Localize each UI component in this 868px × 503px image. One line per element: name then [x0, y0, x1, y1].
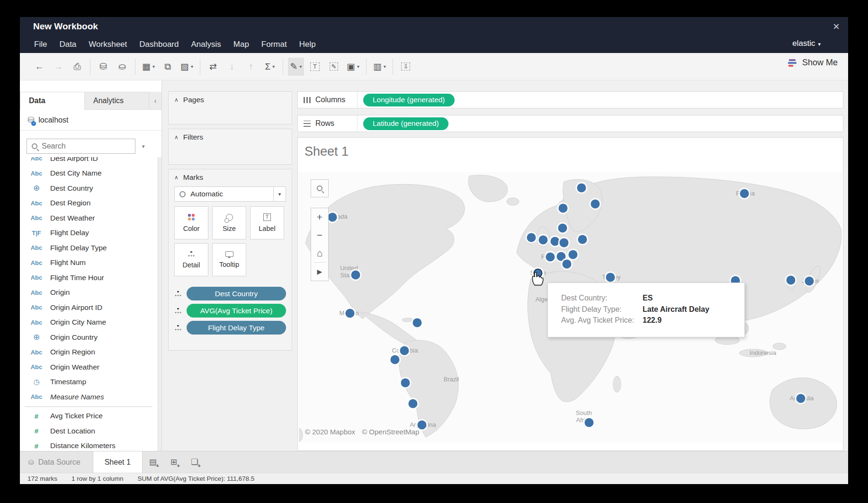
pill-avg-avg-ticket-price-[interactable]: AVG(Avg Ticket Price) [187, 304, 286, 318]
menu-item-help[interactable]: Help [299, 40, 316, 49]
swap-rows-columns-button[interactable]: ⇄ [205, 58, 221, 76]
collapse-icon[interactable]: ∧ [174, 97, 179, 103]
pages-card[interactable]: ∧Pages [168, 91, 292, 124]
field-avg-ticket-price[interactable]: #Avg Ticket Price [20, 409, 157, 424]
pause-auto-updates-button[interactable]: ⛀ [114, 58, 130, 76]
map-mark-peru[interactable] [401, 379, 410, 388]
menu-item-format[interactable]: Format [261, 40, 287, 49]
map-mark-south-africa[interactable] [585, 418, 594, 427]
new-worksheet-tab-button[interactable]: ▤+ [143, 451, 163, 473]
mark-type-dropdown[interactable]: Automatic ▾ [174, 186, 286, 202]
map-mark-caribbean[interactable] [413, 318, 422, 327]
show-me-button[interactable]: Show Me [788, 58, 838, 68]
tab-data[interactable]: Data [20, 92, 85, 110]
field-distance-kilometers[interactable]: #Distance Kilometers [20, 439, 157, 451]
user-menu[interactable]: elastic▾ [792, 39, 821, 48]
field-flight-delay[interactable]: T|FFlight Delay [20, 226, 157, 241]
map-mark-turkey[interactable] [606, 273, 615, 282]
pill-latitude[interactable]: Latitude (generated) [363, 117, 448, 130]
field-origin-region[interactable]: AbcOrigin Region [20, 345, 157, 360]
field-flight-time-hour[interactable]: AbcFlight Time Hour [20, 270, 157, 285]
field-origin-airport-id[interactable]: AbcOrigin Airport ID [20, 300, 157, 315]
osm-attribution[interactable]: © OpenStreetMap [362, 428, 419, 436]
map-mark-germany[interactable] [560, 238, 569, 247]
map-mark-south-korea[interactable] [787, 276, 796, 285]
map-home-button[interactable]: ⌂ [311, 244, 329, 262]
field-origin[interactable]: AbcOrigin [20, 285, 157, 300]
tab-analytics[interactable]: Analytics [85, 92, 149, 110]
rows-shelf[interactable]: Rows Latitude (generated) [297, 115, 843, 132]
totals-button[interactable]: Σ▾ [262, 58, 278, 76]
menu-item-data[interactable]: Data [59, 40, 76, 49]
field-flight-delay-type[interactable]: AbcFlight Delay Type [20, 240, 157, 256]
highlight-button[interactable]: ✎▾ [288, 58, 304, 76]
presentation-mode-button[interactable]: ⇩ [398, 58, 414, 76]
new-worksheet-button[interactable]: ▦▾ [140, 58, 157, 76]
close-icon[interactable]: × [833, 21, 840, 32]
zoom-out-button[interactable]: − [311, 226, 329, 244]
field-dest-region[interactable]: AbcDest Region [20, 196, 157, 211]
tab-data-source[interactable]: ⛁ Data Source [20, 451, 93, 473]
collapse-panel-icon[interactable]: ‹ [149, 92, 161, 110]
map-mark-austria[interactable] [569, 250, 578, 259]
field-dest-country[interactable]: ⊕Dest Country [20, 181, 157, 196]
field-origin-country[interactable]: ⊕Origin Country [20, 330, 157, 345]
mapbox-attribution[interactable]: © 2020 Mapbox [305, 428, 355, 436]
color-button[interactable]: Color [174, 206, 208, 239]
detail-button[interactable]: Detail [174, 243, 208, 276]
fix-axes-button[interactable]: ✎ [326, 58, 342, 76]
map-mark-japan[interactable] [805, 277, 814, 286]
map-view[interactable]: + − ⌂ ▶ CanadaUnited StatesMexicoColombi… [299, 172, 842, 442]
map-mark-netherlands[interactable] [551, 237, 560, 246]
map-mark-ireland[interactable] [527, 233, 536, 242]
clear-sheet-button[interactable]: ▨▾ [179, 58, 195, 76]
menu-item-map[interactable]: Map [233, 40, 249, 49]
map-mark-sweden[interactable] [577, 184, 586, 193]
search-box[interactable] [27, 139, 135, 154]
map-search-button[interactable] [311, 179, 329, 197]
map-mark-italy[interactable] [563, 260, 572, 269]
collapse-icon[interactable]: ∧ [174, 174, 179, 181]
text-label-button[interactable]: T [307, 58, 323, 76]
zoom-in-button[interactable]: + [311, 208, 329, 226]
menu-item-analysis[interactable]: Analysis [191, 40, 221, 49]
save-button[interactable]: ⎙ [69, 58, 85, 76]
new-story-tab-button[interactable]: ❏+ [184, 451, 205, 473]
menu-item-worksheet[interactable]: Worksheet [89, 40, 127, 49]
map-mark-mexico[interactable] [346, 309, 355, 318]
tab-sheet1[interactable]: Sheet 1 [93, 451, 143, 473]
new-dashboard-tab-button[interactable]: ⊞+ [163, 451, 184, 473]
map-mark-ecuador[interactable] [391, 355, 400, 364]
new-data-source-button[interactable]: ⛁ [95, 58, 111, 76]
map-expand-button[interactable]: ▶ [311, 263, 329, 281]
menu-item-file[interactable]: File [34, 40, 47, 49]
map-mark-united-states[interactable] [351, 271, 360, 280]
map-mark-united-kingdom[interactable] [539, 236, 548, 245]
map-mark-russia[interactable] [740, 189, 749, 198]
field-flight-num[interactable]: AbcFlight Num [20, 256, 157, 271]
columns-shelf[interactable]: Columns Longitude (generated) [297, 91, 843, 108]
pill-dest-country[interactable]: Dest Country [187, 287, 286, 300]
map-mark-australia[interactable] [796, 394, 805, 403]
field-dest-weather[interactable]: AbcDest Weather [20, 211, 157, 226]
pill-flight-delay-type[interactable]: Flight Delay Type [187, 321, 286, 335]
map-mark-finland[interactable] [591, 200, 600, 209]
field-measure-names[interactable]: AbcMeasure Names [20, 389, 157, 405]
connection-row[interactable]: ⛁✓ localhost [20, 110, 161, 131]
menu-item-dashboard[interactable]: Dashboard [139, 40, 179, 49]
size-button[interactable]: Size [212, 206, 246, 239]
field-dest-location[interactable]: #Dest Location [20, 424, 157, 439]
label-button[interactable]: TLabel [250, 206, 284, 239]
field-dest-city-name[interactable]: AbcDest City Name [20, 166, 157, 181]
map-mark-norway[interactable] [559, 204, 568, 213]
search-input[interactable] [42, 142, 117, 150]
map-mark-chile[interactable] [409, 399, 418, 408]
map-mark-denmark[interactable] [558, 224, 567, 233]
field-dest-airport-id[interactable]: AbcDest Airport ID [20, 157, 157, 166]
format-borders-button[interactable]: ▣▾ [345, 58, 361, 76]
chevron-down-icon[interactable]: ▾ [273, 187, 286, 201]
filters-card[interactable]: ∧Filters [168, 129, 292, 165]
map-mark-poland[interactable] [578, 235, 587, 244]
tooltip-button[interactable]: Tooltip [212, 243, 246, 276]
show-hide-cards-button[interactable]: ▥▾ [371, 58, 388, 76]
